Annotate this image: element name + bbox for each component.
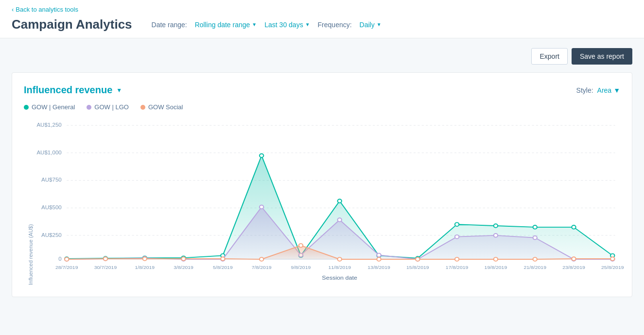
svg-text:23/8/2019: 23/8/2019 xyxy=(562,265,585,269)
chart-svg: AU$1,250 AU$1,000 AU$750 AU$500 AU$250 0 xyxy=(34,118,620,284)
svg-text:1/8/2019: 1/8/2019 xyxy=(135,265,155,269)
svg-point-36 xyxy=(338,218,342,222)
style-caret-icon: ▼ xyxy=(613,86,620,94)
svg-text:0: 0 xyxy=(58,256,61,261)
date-range-label: Date range: xyxy=(152,21,187,29)
svg-point-20 xyxy=(338,199,342,203)
back-to-analytics-link[interactable]: ‹ Back to analytics tools xyxy=(12,6,632,13)
legend-label-gow-lgo: GOW | LGO xyxy=(94,103,129,111)
export-button[interactable]: Export xyxy=(531,48,567,65)
toolbar: Export Save as report xyxy=(12,48,632,65)
svg-point-24 xyxy=(494,224,498,228)
legend-dot-gow-lgo xyxy=(87,105,91,110)
chart-title-caret-icon: ▼ xyxy=(116,87,122,94)
svg-point-40 xyxy=(494,234,498,237)
svg-text:AU$250: AU$250 xyxy=(41,232,62,237)
svg-point-48 xyxy=(181,257,185,261)
frequency-value: Daily xyxy=(360,21,375,29)
svg-text:11/8/2019: 11/8/2019 xyxy=(328,265,351,269)
svg-point-34 xyxy=(260,205,263,209)
svg-point-53 xyxy=(377,257,381,261)
svg-point-45 xyxy=(65,257,69,261)
svg-point-50 xyxy=(260,257,263,261)
svg-text:19/8/2019: 19/8/2019 xyxy=(485,265,507,269)
page-title: Campaign Analytics xyxy=(12,17,132,32)
svg-point-18 xyxy=(260,154,263,158)
legend-dot-gow-general xyxy=(24,105,29,110)
style-dropdown[interactable]: Area ▼ xyxy=(597,86,620,94)
svg-point-57 xyxy=(533,257,537,261)
chart-header: Influenced revenue ▼ Style: Area ▼ xyxy=(24,84,620,96)
svg-point-58 xyxy=(572,257,575,261)
svg-point-59 xyxy=(610,257,614,261)
chevron-left-icon: ‹ xyxy=(12,6,14,13)
chart-wrapper: Influenced revenue (AU$) xyxy=(24,118,620,285)
legend-label-gow-social: GOW Social xyxy=(148,103,183,111)
chart-title-text: Influenced revenue xyxy=(24,84,112,96)
svg-text:AU$500: AU$500 xyxy=(41,205,62,210)
svg-point-51 xyxy=(299,244,303,248)
svg-text:15/8/2019: 15/8/2019 xyxy=(406,265,429,269)
date-range-value: Rolling date range xyxy=(195,21,250,29)
svg-point-25 xyxy=(533,225,537,229)
style-label: Style: xyxy=(576,86,593,94)
period-dropdown[interactable]: Last 30 days ▼ xyxy=(264,21,310,29)
svg-point-23 xyxy=(455,222,459,226)
svg-text:28/7/2019: 28/7/2019 xyxy=(55,265,78,269)
chart-title-dropdown[interactable]: Influenced revenue ▼ xyxy=(24,84,122,96)
svg-text:3/8/2019: 3/8/2019 xyxy=(174,265,193,269)
date-range-dropdown[interactable]: Rolling date range ▼ xyxy=(195,21,257,29)
svg-text:AU$1,250: AU$1,250 xyxy=(36,122,61,128)
svg-point-41 xyxy=(533,236,537,240)
y-axis-label: Influenced revenue (AU$) xyxy=(24,118,34,285)
svg-point-37 xyxy=(377,253,381,257)
svg-text:5/8/2019: 5/8/2019 xyxy=(213,265,233,269)
style-value: Area xyxy=(597,86,612,94)
svg-text:25/8/2019: 25/8/2019 xyxy=(601,265,624,269)
svg-text:13/8/2019: 13/8/2019 xyxy=(367,265,390,269)
svg-point-26 xyxy=(572,225,575,229)
legend-item-gow-social: GOW Social xyxy=(140,103,183,111)
svg-point-47 xyxy=(143,257,147,261)
legend-dot-gow-social xyxy=(140,105,145,110)
svg-text:Session date: Session date xyxy=(322,275,357,281)
svg-point-49 xyxy=(221,257,225,261)
svg-point-54 xyxy=(416,257,419,261)
svg-text:30/7/2019: 30/7/2019 xyxy=(94,265,117,269)
save-as-report-button[interactable]: Save as report xyxy=(572,48,632,65)
period-value: Last 30 days xyxy=(264,21,303,29)
svg-text:7/8/2019: 7/8/2019 xyxy=(252,265,272,269)
frequency-dropdown[interactable]: Daily ▼ xyxy=(360,21,382,29)
svg-point-56 xyxy=(494,257,498,261)
svg-point-46 xyxy=(104,257,107,261)
legend-label-gow-general: GOW | General xyxy=(32,103,75,111)
svg-point-52 xyxy=(338,257,342,261)
frequency-label: Frequency: xyxy=(318,21,352,29)
style-control: Style: Area ▼ xyxy=(576,86,620,94)
legend-item-gow-lgo: GOW | LGO xyxy=(87,103,129,111)
svg-text:AU$750: AU$750 xyxy=(41,177,62,183)
svg-text:21/8/2019: 21/8/2019 xyxy=(523,265,546,269)
date-range-caret-icon: ▼ xyxy=(252,22,257,27)
chart-card: Influenced revenue ▼ Style: Area ▼ GOW |… xyxy=(12,72,632,297)
period-caret-icon: ▼ xyxy=(305,22,310,27)
frequency-caret-icon: ▼ xyxy=(377,22,382,27)
svg-text:9/8/2019: 9/8/2019 xyxy=(291,265,311,269)
svg-point-39 xyxy=(455,235,459,239)
legend-item-gow-general: GOW | General xyxy=(24,103,75,111)
svg-point-55 xyxy=(455,257,459,261)
svg-text:17/8/2019: 17/8/2019 xyxy=(446,265,469,269)
chart-legend: GOW | General GOW | LGO GOW Social xyxy=(24,103,620,111)
back-link-label: Back to analytics tools xyxy=(16,6,78,13)
svg-text:AU$1,000: AU$1,000 xyxy=(36,150,61,155)
